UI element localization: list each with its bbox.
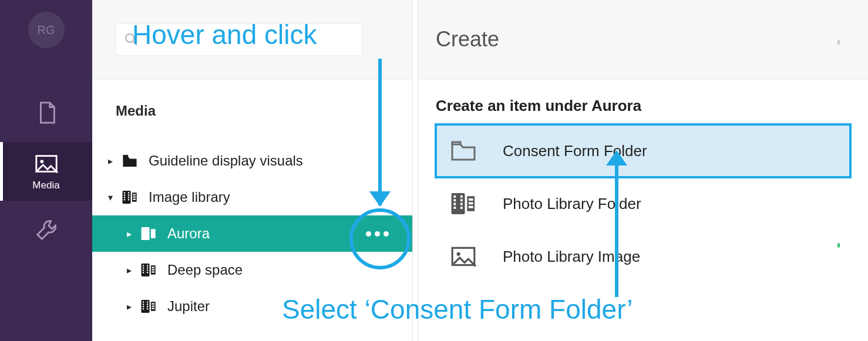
create-option-label: Photo Library Image xyxy=(503,248,640,266)
tree-body: Media ▸ Guideline display visuals ▾ Imag… xyxy=(92,79,412,325)
search-input[interactable] xyxy=(116,23,362,56)
tree-node-jupiter[interactable]: ▸ Jupiter xyxy=(92,288,412,325)
caret-right-icon: ▸ xyxy=(123,301,136,312)
app-sidebar: RG Media xyxy=(0,0,92,341)
avatar-initials: RG xyxy=(38,23,55,37)
tree-node-deep-space[interactable]: ▸ Deep space xyxy=(92,252,412,288)
tree-node-aurora[interactable]: ▸ Aurora xyxy=(92,215,412,252)
file-icon xyxy=(34,100,59,125)
nav-settings[interactable] xyxy=(0,201,92,259)
folder-outline-icon xyxy=(450,137,477,164)
create-option-photo-library-image[interactable]: Photo Library Image xyxy=(436,230,850,283)
tree-node-label: Image library xyxy=(149,189,230,205)
film-roll-icon xyxy=(450,190,477,217)
film-roll-icon xyxy=(138,262,159,278)
ellipsis-icon xyxy=(366,231,371,237)
nav-content[interactable] xyxy=(0,83,92,142)
edge-marker xyxy=(837,40,840,45)
picture-icon xyxy=(34,151,59,176)
tree-node-label: Deep space xyxy=(167,262,243,278)
caret-down-icon: ▾ xyxy=(104,192,117,203)
picture-icon xyxy=(450,243,477,270)
create-option-label: Consent Form Folder xyxy=(503,142,647,160)
avatar[interactable]: RG xyxy=(28,12,65,48)
caret-right-icon: ▸ xyxy=(123,265,136,276)
tree-node-guideline[interactable]: ▸ Guideline display visuals xyxy=(92,143,412,179)
nav-media-label: Media xyxy=(32,180,59,191)
film-roll-icon xyxy=(119,189,140,205)
create-option-consent-form-folder[interactable]: Consent Form Folder xyxy=(436,124,850,177)
tree-header xyxy=(92,0,412,79)
ellipsis-icon xyxy=(375,231,380,237)
create-option-photo-library-folder[interactable]: Photo Library Folder xyxy=(436,177,850,230)
tree-node-image-library[interactable]: ▾ Image library xyxy=(92,179,412,215)
film-roll-icon xyxy=(138,225,159,242)
ellipsis-icon xyxy=(383,231,389,237)
caret-right-icon: ▸ xyxy=(123,228,136,239)
edge-marker xyxy=(837,243,840,248)
wrench-icon xyxy=(34,218,59,242)
tree-node-label: Guideline display visuals xyxy=(149,153,303,169)
create-body: Create an item under Aurora Consent Form… xyxy=(418,79,868,283)
nav-media[interactable]: Media xyxy=(0,142,92,201)
tree-title: Media xyxy=(92,103,412,119)
search-icon xyxy=(123,32,139,47)
tree-node-label: Jupiter xyxy=(167,298,210,315)
tree-panel: Media ▸ Guideline display visuals ▾ Imag… xyxy=(92,0,412,341)
node-actions-button[interactable] xyxy=(366,231,389,237)
panel-divider xyxy=(412,0,418,341)
folder-icon xyxy=(120,153,139,168)
create-option-label: Photo Library Folder xyxy=(503,195,641,213)
film-roll-icon xyxy=(138,298,159,315)
tree-node-label: Aurora xyxy=(167,225,210,242)
caret-right-icon: ▸ xyxy=(104,156,117,167)
create-subtitle: Create an item under Aurora xyxy=(436,97,850,115)
create-panel: Create Create an item under Aurora Conse… xyxy=(418,0,868,341)
create-header: Create xyxy=(418,0,868,79)
